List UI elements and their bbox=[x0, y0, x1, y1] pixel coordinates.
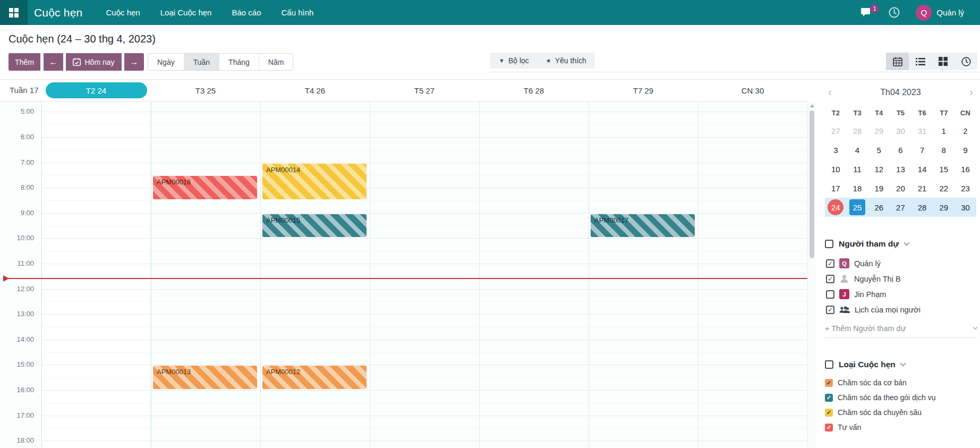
mini-date-29[interactable]: 29 bbox=[933, 198, 955, 217]
grid-scrollbar[interactable] bbox=[807, 101, 816, 448]
attendee-checkbox-3[interactable] bbox=[826, 290, 834, 299]
week-grid[interactable]: 5:006:007:008:009:0010:0011:0012:0013:00… bbox=[0, 101, 807, 448]
attendee-item-1[interactable]: ✓QQuản lý bbox=[826, 256, 921, 271]
mini-date-18[interactable]: 18 bbox=[847, 179, 868, 198]
week-day-header-T5-27[interactable]: T5 27 bbox=[370, 80, 479, 101]
week-day-header-T6-28[interactable]: T6 28 bbox=[479, 80, 589, 101]
mini-date-14[interactable]: 14 bbox=[911, 159, 933, 179]
messages-button[interactable]: 1 bbox=[856, 4, 878, 21]
nav-item-2[interactable]: Loại Cuộc hẹn bbox=[152, 1, 220, 24]
week-day-header-T2-24[interactable]: T2 24 bbox=[41, 80, 151, 101]
hour-label: 14:00 bbox=[0, 335, 34, 343]
week-day-header-T3-25[interactable]: T3 25 bbox=[151, 80, 260, 101]
mini-date-3[interactable]: 3 bbox=[825, 140, 847, 159]
week-day-header-CN-30[interactable]: CN 30 bbox=[698, 80, 807, 101]
type-item-4[interactable]: ✓Tư vấn bbox=[825, 420, 935, 435]
mini-date-5[interactable]: 5 bbox=[868, 140, 890, 159]
mini-date-16[interactable]: 16 bbox=[955, 159, 976, 179]
attendee-checkbox-2[interactable]: ✓ bbox=[826, 275, 834, 283]
attendee-checkbox-1[interactable]: ✓ bbox=[826, 259, 834, 268]
add-appointment-button[interactable]: Thêm bbox=[8, 53, 40, 71]
view-activity-button[interactable] bbox=[955, 53, 977, 70]
mini-date-19[interactable]: 19 bbox=[868, 179, 890, 198]
half-hour-line bbox=[41, 428, 807, 428]
type-item-1[interactable]: ✓Chăm sóc da cơ bản bbox=[825, 375, 935, 390]
mini-date-7[interactable]: 7 bbox=[911, 140, 933, 159]
mini-date-15[interactable]: 15 bbox=[933, 159, 955, 179]
range-button-năm[interactable]: Năm bbox=[259, 54, 293, 70]
mini-date-27[interactable]: 27 bbox=[825, 121, 847, 140]
mini-date-8[interactable]: 8 bbox=[933, 140, 955, 159]
mini-date-2[interactable]: 2 bbox=[955, 121, 976, 140]
mini-calendar-prev[interactable]: ‹ bbox=[825, 86, 835, 98]
calendar-event-APM00014[interactable]: APM00014 bbox=[262, 164, 367, 199]
view-calendar-button[interactable] bbox=[886, 53, 909, 70]
mini-date-30[interactable]: 30 bbox=[955, 198, 976, 217]
mini-date-28[interactable]: 28 bbox=[911, 198, 933, 217]
mini-date-10[interactable]: 10 bbox=[825, 159, 847, 179]
type-checkbox-1[interactable]: ✓ bbox=[825, 379, 833, 387]
types-all-checkbox[interactable] bbox=[825, 360, 833, 369]
range-button-tuần[interactable]: Tuần bbox=[184, 54, 219, 70]
calendar-event-APM00016[interactable]: APM00016 bbox=[153, 176, 257, 199]
nav-item-3[interactable]: Báo cáo bbox=[223, 1, 269, 24]
calendar-event-APM00013[interactable]: APM00013 bbox=[153, 366, 257, 389]
types-section-header[interactable]: Loại Cuộc hẹn bbox=[825, 360, 905, 369]
next-week-button[interactable]: → bbox=[124, 53, 144, 71]
type-item-3[interactable]: ✓Chăm sóc da chuyên sâu bbox=[825, 405, 935, 420]
mini-date-1[interactable]: 1 bbox=[933, 121, 955, 140]
mini-date-21[interactable]: 21 bbox=[911, 179, 933, 198]
attendees-section-header[interactable]: Người tham dự bbox=[825, 239, 909, 249]
mini-date-31[interactable]: 31 bbox=[911, 121, 933, 140]
nav-item-1[interactable]: Cuộc hẹn bbox=[98, 1, 149, 24]
calendar-event-APM00012[interactable]: APM00012 bbox=[262, 366, 367, 389]
mini-date-12[interactable]: 12 bbox=[868, 159, 890, 179]
mini-date-25[interactable]: 25 bbox=[847, 198, 868, 217]
mini-date-17[interactable]: 17 bbox=[825, 179, 847, 198]
mini-date-6[interactable]: 6 bbox=[890, 140, 911, 159]
filters-button[interactable]: ▼ Bộ lọc bbox=[490, 53, 538, 69]
attendee-item-4[interactable]: ✓Lịch của mọi người bbox=[826, 302, 921, 317]
mini-date-9[interactable]: 9 bbox=[955, 140, 976, 159]
calendar-event-APM00017[interactable]: APM00017 bbox=[591, 214, 695, 238]
mini-date-27[interactable]: 27 bbox=[890, 198, 911, 217]
scrollbar-thumb[interactable] bbox=[809, 111, 814, 258]
mini-date-30[interactable]: 30 bbox=[890, 121, 911, 140]
mini-calendar-next[interactable]: › bbox=[966, 86, 976, 98]
mini-date-11[interactable]: 11 bbox=[847, 159, 868, 179]
favorites-button[interactable]: ★ Yêu thích bbox=[538, 53, 595, 69]
attendee-checkbox-4[interactable]: ✓ bbox=[826, 306, 834, 314]
week-day-header-T7-29[interactable]: T7 29 bbox=[589, 80, 698, 101]
mini-date-24[interactable]: 24 bbox=[825, 198, 847, 217]
mini-date-29[interactable]: 29 bbox=[868, 121, 890, 140]
mini-date-26[interactable]: 26 bbox=[868, 198, 890, 217]
mini-date-28[interactable]: 28 bbox=[847, 121, 868, 140]
type-checkbox-2[interactable]: ✓ bbox=[825, 394, 833, 402]
today-button[interactable]: Hôm nay bbox=[66, 53, 122, 71]
attendees-all-checkbox[interactable] bbox=[825, 240, 833, 248]
add-attendee-field[interactable]: + Thêm Người tham dự bbox=[825, 324, 977, 338]
current-time-marker bbox=[3, 275, 9, 282]
view-kanban-button[interactable] bbox=[932, 53, 955, 70]
mini-date-23[interactable]: 23 bbox=[955, 179, 976, 198]
mini-date-4[interactable]: 4 bbox=[847, 140, 868, 159]
activities-button[interactable] bbox=[883, 4, 905, 21]
mini-date-13[interactable]: 13 bbox=[890, 159, 911, 179]
view-list-button[interactable] bbox=[909, 53, 932, 70]
attendee-item-2[interactable]: ✓Nguyễn Thị B bbox=[826, 271, 921, 286]
calendar-event-APM00015[interactable]: APM00015 bbox=[262, 214, 367, 238]
type-checkbox-4[interactable]: ✓ bbox=[825, 424, 833, 432]
scrollbar-up-arrow[interactable] bbox=[810, 104, 814, 107]
range-button-tháng[interactable]: Tháng bbox=[219, 54, 259, 70]
attendee-item-3[interactable]: JJin Phạm bbox=[826, 286, 921, 302]
prev-week-button[interactable]: ← bbox=[44, 53, 63, 71]
nav-item-4[interactable]: Cấu hình bbox=[273, 1, 322, 24]
range-button-ngày[interactable]: Ngày bbox=[148, 54, 184, 70]
type-item-2[interactable]: ✓Chăm sóc da theo gói dịch vụ bbox=[825, 390, 935, 405]
type-checkbox-3[interactable]: ✓ bbox=[825, 409, 833, 417]
mini-date-20[interactable]: 20 bbox=[890, 179, 911, 198]
apps-menu-button[interactable] bbox=[0, 0, 28, 25]
mini-date-22[interactable]: 22 bbox=[933, 179, 955, 198]
week-day-header-T4-26[interactable]: T4 26 bbox=[260, 80, 370, 101]
user-menu[interactable]: Q Quản lý bbox=[910, 2, 973, 24]
